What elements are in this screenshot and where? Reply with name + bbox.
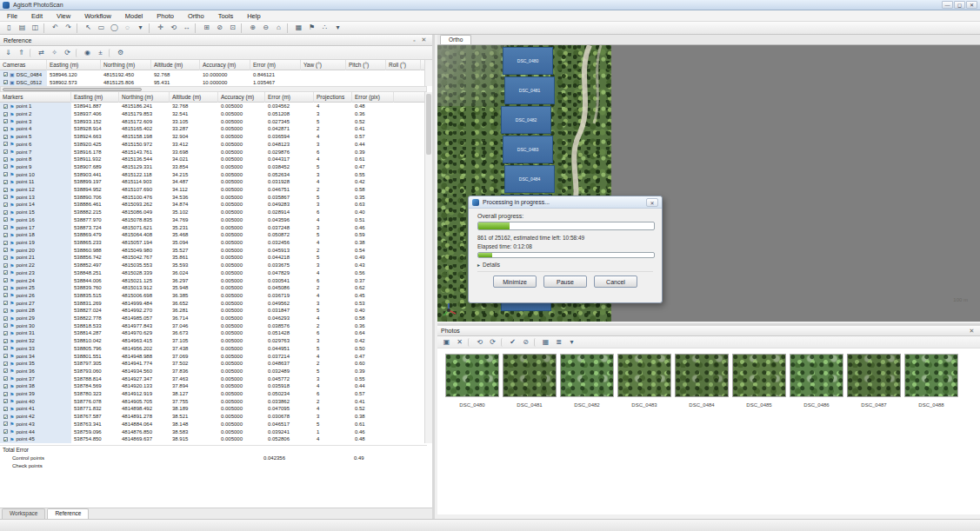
resize-region-icon[interactable]: ⊡ [227,23,238,33]
dialog-title-bar[interactable]: Processing in progress... ✕ [469,196,662,209]
column-header[interactable]: Projections [314,92,352,103]
row-checkbox[interactable] [3,233,8,237]
photo-thumbnail[interactable] [617,354,671,397]
row-checkbox[interactable] [3,278,8,282]
column-header[interactable]: Northing (m) [119,92,170,103]
convert-reference-icon[interactable]: ⇄ [36,48,47,58]
row-checkbox[interactable] [3,421,8,426]
row-checkbox[interactable] [3,149,8,154]
menu-item[interactable]: View [50,10,77,22]
row-checkbox[interactable] [3,407,8,411]
menu-item[interactable]: Model [118,10,150,22]
tab-ortho[interactable]: Ortho [440,35,471,44]
marker-row[interactable]: ⚑point 29 538822.778 4814985.057 36.714 … [0,315,427,322]
column-header[interactable]: Altitude (m) [170,92,218,103]
scrollbar-thumb[interactable] [426,94,431,155]
marker-row[interactable]: ⚑point 6 538920.425 4815150.972 33.412 0… [0,141,427,149]
marker-row[interactable]: ⚑point 5 538924.663 4815158.198 32.904 0… [0,133,427,141]
column-header[interactable]: Easting (m) [71,92,119,103]
row-checkbox[interactable] [3,195,8,199]
row-checkbox[interactable] [3,217,8,222]
minimize-window-button[interactable]: — [942,1,953,9]
export-reference-icon[interactable]: ⇑ [16,48,27,58]
marker-row[interactable]: ⚑point 27 538831.269 4814999.484 36.652 … [0,299,427,307]
row-checkbox[interactable] [3,119,8,123]
row-checkbox[interactable] [3,256,8,260]
camera-footprint[interactable]: DSC_0482 [501,106,551,134]
tab-workspace[interactable]: Workspace [2,508,45,519]
cameras-table-header[interactable]: CamerasEasting (m)Northing (m)Altitude (… [0,60,427,70]
marker-row[interactable]: ⚑point 30 538818.533 4814977.843 37.046 … [0,322,427,329]
row-checkbox[interactable] [3,241,8,245]
toolbar-separator[interactable] [195,23,198,33]
import-reference-icon[interactable]: ⇓ [3,48,14,58]
row-checkbox[interactable] [3,263,8,268]
pause-button[interactable]: Pause [543,275,587,288]
row-checkbox[interactable] [3,202,8,207]
move-region-icon[interactable]: ⊞ [201,23,212,33]
row-checkbox[interactable] [3,429,8,434]
menu-item[interactable]: Photo [150,10,181,22]
rotate-right-icon[interactable]: ⟳ [487,337,498,348]
row-checkbox[interactable] [3,72,8,76]
column-header[interactable]: Error (pix) [352,92,394,103]
rect-selection-icon[interactable]: ▭ [96,23,107,33]
row-checkbox[interactable] [3,354,8,358]
marker-row[interactable]: ⚑point 17 538873.724 4815071.621 35.231 … [0,223,427,231]
details-view-icon[interactable]: ≣ [553,337,564,348]
toolbar-separator[interactable] [77,23,80,33]
open-project-icon[interactable]: ▤ [17,23,28,33]
minimize-button[interactable]: Minimize [493,275,537,288]
row-checkbox[interactable] [3,142,8,146]
circle-selection-icon[interactable]: ◯ [109,23,120,33]
photo-thumbnail[interactable] [503,354,557,397]
ortho-viewport[interactable]: DSC_0480DSC_0481DSC_0482DSC_0483DSC_0484… [437,45,980,322]
row-checkbox[interactable] [3,331,8,335]
menu-item[interactable]: Ortho [181,10,211,22]
row-checkbox[interactable] [3,301,8,305]
optimize-cameras-icon[interactable]: ✧ [49,48,60,58]
marker-row[interactable]: ⚑point 15 538882.215 4815086.049 35.102 … [0,209,427,216]
column-header[interactable]: Error (m) [250,60,301,70]
row-checkbox[interactable] [3,225,8,229]
toolbar-separator[interactable] [43,23,47,33]
marker-row[interactable]: ⚑point 1 538941.887 4815186.241 32.768 0… [0,103,427,110]
marker-row[interactable]: ⚑point 18 538869.479 4815064.408 35.468 … [0,231,427,239]
marker-row[interactable]: ⚑point 12 538894.952 4815107.690 34.112 … [0,186,427,194]
maximize-window-button[interactable]: ◻ [954,1,965,9]
marker-row[interactable]: ⚑point 2 538937.406 4815179.853 32.541 0… [0,110,427,118]
scrollbar-thumb[interactable] [3,88,142,91]
view-estimated-icon[interactable]: ◉ [82,48,93,58]
reference-settings-icon[interactable]: ⚙ [115,48,126,58]
marker-row[interactable]: ⚑point 32 538810.042 4814963.415 37.105 … [0,337,427,345]
column-header[interactable]: Altitude (m) [151,60,200,70]
marker-row[interactable]: ⚑point 33 538805.796 4814956.202 37.438 … [0,345,427,353]
marker-row[interactable]: ⚑point 24 538844.006 4815021.125 36.297 … [0,276,427,284]
marker-row[interactable]: ⚑point 26 538835.515 4815006.698 36.385 … [0,292,427,300]
menu-item[interactable]: Edit [24,10,50,22]
rotate-region-icon[interactable]: ⊘ [214,23,225,33]
row-checkbox[interactable] [3,164,8,169]
row-checkbox[interactable] [3,104,8,109]
marker-row[interactable]: ⚑point 14 538886.461 4815093.262 34.874 … [0,201,427,209]
marker-row[interactable]: ⚑point 43 538763.341 4814884.064 38.148 … [0,421,427,428]
remove-photo-icon[interactable]: ✕ [454,337,465,348]
row-checkbox[interactable] [3,293,8,297]
column-header[interactable]: Error (m) [265,92,314,103]
marker-row[interactable]: ⚑point 10 538903.441 4815122.118 34.215 … [0,170,427,178]
column-header[interactable]: Markers [0,92,71,103]
marker-row[interactable]: ⚑point 42 538767.587 4814891.278 38.521 … [0,413,427,421]
update-transform-icon[interactable]: ⟳ [62,48,73,58]
column-header[interactable]: Cameras [0,60,47,70]
progress-dialog[interactable]: Processing in progress... ✕ Overall prog… [468,196,663,303]
row-checkbox[interactable] [3,157,8,162]
reset-view-icon[interactable]: ⌂ [273,23,284,33]
column-header[interactable]: Easting (m) [47,60,101,70]
row-checkbox[interactable] [3,135,8,139]
menu-item[interactable]: File [0,10,24,22]
photo-thumbnail[interactable] [675,354,729,397]
markers-table-header[interactable]: MarkersEasting (m)Northing (m)Altitude (… [0,92,427,103]
reference-separator[interactable] [30,49,33,57]
marker-row[interactable]: ⚑point 20 538860.988 4815049.980 35.527 … [0,246,427,254]
marker-row[interactable]: ⚑point 21 538856.742 4815042.767 35.861 … [0,254,427,262]
